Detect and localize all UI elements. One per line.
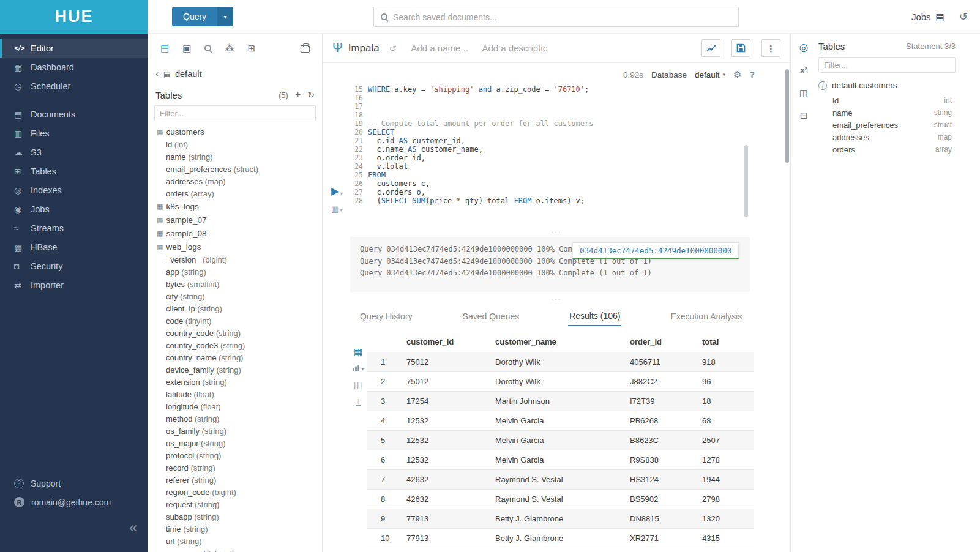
column-item[interactable]: country_code (string) xyxy=(148,327,322,339)
collapse-sidebar-button[interactable]: « xyxy=(129,520,137,536)
column-item[interactable]: code (tinyint) xyxy=(148,315,322,327)
user-menu[interactable]: R romain@gethue.com xyxy=(0,493,148,512)
sidebar-item-files[interactable]: ▥Files xyxy=(0,124,148,143)
support-link[interactable]: ? Support xyxy=(0,474,148,493)
format-icon[interactable]: ▥ xyxy=(331,205,339,213)
assistant-icon[interactable]: ◎ xyxy=(791,36,817,59)
column-item[interactable]: device_family (string) xyxy=(148,364,322,376)
jobs-link[interactable]: Jobs ▤ xyxy=(911,12,944,23)
columns-view-icon[interactable]: ◫ xyxy=(354,380,362,389)
help-icon[interactable]: ? xyxy=(749,70,755,80)
chart-button[interactable] xyxy=(701,39,720,57)
sidebar-item-s3[interactable]: ☁S3 xyxy=(0,143,148,162)
right-filter-input[interactable] xyxy=(818,57,956,73)
page-scrollbar-thumb[interactable] xyxy=(785,69,789,163)
code-editor[interactable]: ▶ ▾ ▥ ▾ 1516171819202122232425262728 WHE… xyxy=(323,83,790,236)
column-item[interactable]: url (string) xyxy=(148,535,322,547)
column-item[interactable]: client_ip (string) xyxy=(148,302,322,315)
global-history-icon[interactable]: ↺ xyxy=(959,10,968,23)
column-item[interactable]: longitude (float) xyxy=(148,400,322,412)
column-item-orders[interactable]: ordersarray xyxy=(818,143,952,155)
new-query-button[interactable]: Query ▾ xyxy=(172,7,233,26)
database-selector[interactable]: default ▾ xyxy=(695,70,725,80)
column-header-order-id[interactable]: order_id xyxy=(625,332,697,352)
sidebar-item-streams[interactable]: ≈Streams xyxy=(0,218,148,237)
column-item[interactable]: _version_ (bigint) xyxy=(148,253,322,266)
sidebar-item-dashboard[interactable]: ▦Dashboard xyxy=(0,58,148,76)
column-item[interactable]: os_major (string) xyxy=(148,437,322,449)
result-row[interactable]: 512532Melvin GarciaB8623C2507 xyxy=(367,431,754,450)
statement-options-control[interactable]: ▥ ▾ xyxy=(331,205,342,213)
sitemap-icon[interactable]: ⁂ xyxy=(225,43,234,53)
query-history-icon[interactable]: ↺ xyxy=(389,43,397,53)
column-item[interactable]: id (int) xyxy=(148,138,322,151)
result-row[interactable]: 1077913Betty J. GiambroneXR27714315 xyxy=(367,529,754,548)
result-row[interactable]: 977913Betty J. GiambroneDN88151320 xyxy=(367,509,754,529)
bag-icon[interactable] xyxy=(301,45,310,53)
column-item[interactable]: bytes (smallint) xyxy=(148,278,322,290)
column-item[interactable]: time (string) xyxy=(148,523,322,535)
play-caret-icon[interactable]: ▾ xyxy=(340,191,343,196)
code-lines[interactable]: WHERE a.key = 'shipping' and a.zip_code … xyxy=(368,85,739,205)
column-item[interactable]: extension (string) xyxy=(148,376,322,388)
save-button[interactable] xyxy=(731,39,750,57)
query-name-input[interactable] xyxy=(411,43,476,53)
search-input[interactable] xyxy=(393,12,731,22)
add-table-icon[interactable]: + xyxy=(295,89,301,100)
table-item-customers[interactable]: ▦customers xyxy=(148,125,322,138)
table-item-web-logs[interactable]: ▦web_logs xyxy=(148,240,322,253)
result-row[interactable]: 842632Raymond S. VestalBS59022798 xyxy=(367,490,754,509)
chart-view-icon[interactable]: ▾ xyxy=(352,364,364,372)
result-row[interactable]: 175012Dorothy Wilk4056711918 xyxy=(367,352,754,372)
column-header-total[interactable]: total xyxy=(697,332,754,352)
column-item[interactable]: city (string) xyxy=(148,290,322,302)
result-row[interactable]: 317254Martin JohnsonI72T3918 xyxy=(367,392,754,411)
hue-logo[interactable]: HUE xyxy=(0,0,148,34)
column-item[interactable]: region_code (bigint) xyxy=(148,486,322,498)
download-icon[interactable]: ↓ xyxy=(356,397,361,406)
more-actions-button[interactable]: ⋮ xyxy=(761,39,780,57)
query-dropdown-caret-icon[interactable]: ▾ xyxy=(217,7,233,26)
search-plus-icon[interactable] xyxy=(204,43,211,53)
column-item[interactable]: country_code3 (string) xyxy=(148,339,322,351)
run-statement-control[interactable]: ▶ ▾ xyxy=(331,186,343,196)
column-item[interactable]: name (string) xyxy=(148,151,322,163)
breadcrumb-database[interactable]: default xyxy=(175,69,202,79)
global-search[interactable] xyxy=(373,7,739,27)
table-item-sample-07[interactable]: ▦sample_07 xyxy=(148,213,322,226)
column-item[interactable]: country_name (string) xyxy=(148,351,322,364)
query-description-input[interactable] xyxy=(482,43,547,53)
sidebar-item-tables[interactable]: ⊞Tables xyxy=(0,162,148,181)
grid-view-icon[interactable]: ▦ xyxy=(354,347,362,356)
column-item[interactable]: method (string) xyxy=(148,412,322,425)
assist-filter-input[interactable] xyxy=(154,105,316,121)
table-item-k8s-logs[interactable]: ▦k8s_logs xyxy=(148,200,322,213)
result-row[interactable]: 412532Melvin GarciaPB626868 xyxy=(367,411,754,431)
sidebar-item-security[interactable]: ◘Security xyxy=(0,256,148,275)
result-row[interactable]: 275012Dorothy WilkJ882C296 xyxy=(367,372,754,392)
results-resize-handle[interactable]: ··· xyxy=(323,297,790,302)
column-item[interactable]: protocol (string) xyxy=(148,449,322,461)
back-chevron-icon[interactable]: ‹ xyxy=(155,68,159,80)
column-item[interactable]: record (string) xyxy=(148,461,322,474)
column-header-customer-id[interactable]: customer_id xyxy=(402,332,490,352)
documents-source-icon[interactable]: ▣ xyxy=(182,43,191,53)
sidebar-item-hbase[interactable]: ▩HBase xyxy=(0,237,148,256)
column-item[interactable]: user_agent (string) xyxy=(148,547,322,552)
query-button-label[interactable]: Query xyxy=(172,7,217,26)
column-item[interactable]: request (string) xyxy=(148,498,322,510)
column-item-id[interactable]: idint xyxy=(818,94,952,106)
language-reference-icon[interactable]: ◫ xyxy=(791,81,817,104)
tab-execution-analysis[interactable]: Execution Analysis xyxy=(669,307,743,326)
column-item[interactable]: addresses (map) xyxy=(148,175,322,187)
refresh-icon[interactable]: ↻ xyxy=(307,90,315,100)
format-caret-icon[interactable]: ▾ xyxy=(340,207,342,213)
editor-scrollbar-thumb[interactable] xyxy=(744,145,748,217)
tab-results-106[interactable]: Results (106) xyxy=(568,307,621,326)
functions-icon[interactable]: x² xyxy=(791,59,817,81)
column-item[interactable]: orders (array) xyxy=(148,187,322,200)
db-source-icon[interactable]: ▤ xyxy=(160,43,169,53)
sidebar-item-documents[interactable]: ▤Documents xyxy=(0,105,148,124)
tab-query-history[interactable]: Query History xyxy=(359,307,414,326)
sidebar-item-indexes[interactable]: ◎Indexes xyxy=(0,181,148,200)
